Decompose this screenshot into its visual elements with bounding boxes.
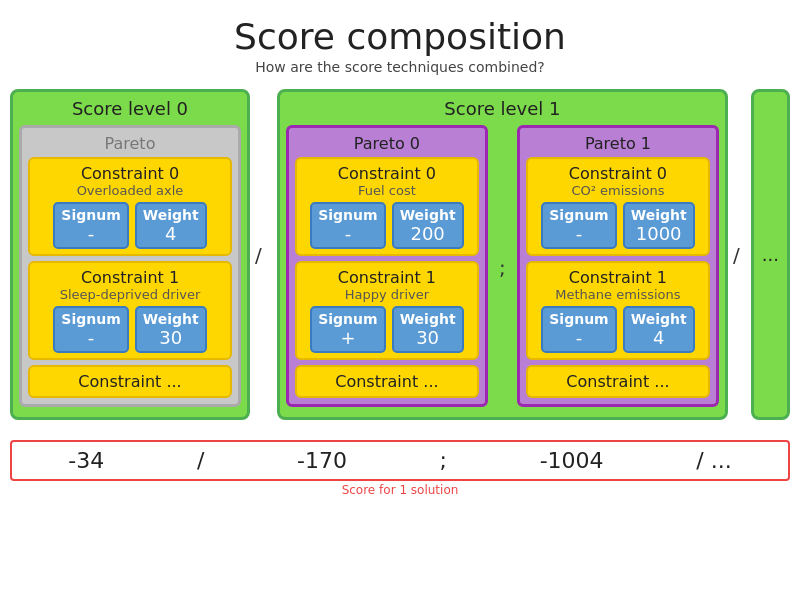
pareto-0-block: Pareto 0 Constraint 0 Fuel cost Signum - xyxy=(286,125,488,411)
p1c0-signum-label: Signum xyxy=(549,207,608,223)
p1c0-signum-value: - xyxy=(576,223,583,244)
score-level-0-title: Score level 0 xyxy=(72,98,188,119)
pareto0-constraint-1-box: Constraint 1 Happy driver Signum + Weigh… xyxy=(295,261,479,360)
score-bar-label: Score for 1 solution xyxy=(10,483,790,497)
pareto0-constraint-0-title: Constraint 0 xyxy=(338,164,436,183)
pareto1-constraint-1-box: Constraint 1 Methane emissions Signum - … xyxy=(526,261,710,360)
constraint-0-weight-value: 4 xyxy=(165,223,176,244)
score-level-0: Score level 0 Pareto Constraint 0 Overlo… xyxy=(10,89,250,420)
p1c1-signum-value: - xyxy=(576,327,583,348)
constraint-0-signum-box: Signum - xyxy=(53,202,128,249)
page-title: Score composition xyxy=(234,16,566,57)
score-level-1-inner: Pareto 0 Constraint 0 Fuel cost Signum - xyxy=(286,125,719,411)
pareto0-constraint-1-subtitle: Happy driver xyxy=(345,287,429,302)
score-value-0: -34 xyxy=(68,448,104,473)
p1c0-weight-label: Weight xyxy=(631,207,687,223)
signum-label-1: Signum xyxy=(61,311,120,327)
pareto-1-container: Pareto 1 Constraint 0 CO² emissions Sign… xyxy=(517,125,719,407)
pareto0-constraint-0-box: Constraint 0 Fuel cost Signum - Weight 2… xyxy=(295,157,479,256)
pareto0-constraint-0-weight-box: Weight 200 xyxy=(392,202,464,249)
page-subtitle: How are the score techniques combined? xyxy=(234,59,566,75)
p1c1-signum-label: Signum xyxy=(549,311,608,327)
p1c0-weight-value: 1000 xyxy=(636,223,682,244)
constraint-0-weight-box: Weight 4 xyxy=(135,202,207,249)
pareto-1-block: Pareto 1 Constraint 0 CO² emissions Sign… xyxy=(517,125,719,411)
pareto-greyed-title: Pareto xyxy=(28,134,232,153)
pareto-0-title: Pareto 0 xyxy=(295,134,479,153)
pareto0-constraint-1-title: Constraint 1 xyxy=(338,268,436,287)
score-bar: -34 / -170 ; -1004 / ... xyxy=(10,440,790,481)
constraint-more-0: Constraint ... xyxy=(28,365,232,398)
main-area: Score level 0 Pareto Constraint 0 Overlo… xyxy=(10,89,790,420)
score-value-2: -1004 xyxy=(540,448,604,473)
pareto0-constraint-more: Constraint ... xyxy=(295,365,479,398)
pareto-1-title: Pareto 1 xyxy=(526,134,710,153)
pareto-greyed: Pareto Constraint 0 Overloaded axle Sign… xyxy=(19,125,241,407)
score-value-1: -170 xyxy=(297,448,347,473)
weight-label: Weight xyxy=(143,207,199,223)
header: Score composition How are the score tech… xyxy=(234,16,566,75)
pareto1-constraint-0-signum-box: Signum - xyxy=(541,202,616,249)
constraint-1-weight-value: 30 xyxy=(159,327,182,348)
p0c1-weight-label: Weight xyxy=(400,311,456,327)
weight-label-1: Weight xyxy=(143,311,199,327)
constraint-0-sw-row: Signum - Weight 4 xyxy=(36,202,224,249)
constraint-1-sw-row: Signum - Weight 30 xyxy=(36,306,224,353)
pareto0-constraint-0-sw-row: Signum - Weight 200 xyxy=(303,202,471,249)
constraint-1-weight-box: Weight 30 xyxy=(135,306,207,353)
p1c1-weight-value: 4 xyxy=(653,327,664,348)
pareto0-constraint-1-weight-box: Weight 30 xyxy=(392,306,464,353)
p0c0-signum-label: Signum xyxy=(318,207,377,223)
constraint-0-title: Constraint 0 xyxy=(81,164,179,183)
pareto1-constraint-1-signum-box: Signum - xyxy=(541,306,616,353)
constraint-1-signum-box: Signum - xyxy=(53,306,128,353)
pareto1-constraint-1-sw-row: Signum - Weight 4 xyxy=(534,306,702,353)
pareto1-constraint-0-box: Constraint 0 CO² emissions Signum - Weig… xyxy=(526,157,710,256)
p0c1-signum-label: Signum xyxy=(318,311,377,327)
pareto1-constraint-1-subtitle: Methane emissions xyxy=(555,287,680,302)
constraint-0-subtitle: Overloaded axle xyxy=(77,183,184,198)
p0c1-weight-value: 30 xyxy=(416,327,439,348)
constraint-1-signum-value: - xyxy=(88,327,95,348)
constraint-1-subtitle: Sleep-deprived driver xyxy=(60,287,201,302)
p0c1-signum-value: + xyxy=(340,327,355,348)
pareto0-constraint-0-subtitle: Fuel cost xyxy=(358,183,416,198)
constraint-1-title: Constraint 1 xyxy=(81,268,179,287)
pareto1-constraint-0-title: Constraint 0 xyxy=(569,164,667,183)
p0c0-signum-value: - xyxy=(345,223,352,244)
constraint-0-box: Constraint 0 Overloaded axle Signum - We… xyxy=(28,157,232,256)
page: Score composition How are the score tech… xyxy=(0,0,800,600)
separator-0: / xyxy=(250,243,267,267)
score-sep-2: / ... xyxy=(696,448,731,473)
pareto1-constraint-0-sw-row: Signum - Weight 1000 xyxy=(534,202,702,249)
ellipsis-box: ... xyxy=(751,89,790,420)
signum-label: Signum xyxy=(61,207,120,223)
separator-paretos: ; xyxy=(494,256,511,280)
pareto1-constraint-1-weight-box: Weight 4 xyxy=(623,306,695,353)
pareto1-constraint-0-weight-box: Weight 1000 xyxy=(623,202,695,249)
constraint-1-box: Constraint 1 Sleep-deprived driver Signu… xyxy=(28,261,232,360)
pareto1-constraint-more: Constraint ... xyxy=(526,365,710,398)
score-level-1: Score level 1 Pareto 0 Constraint 0 Fuel… xyxy=(277,89,728,420)
constraint-0-signum-value: - xyxy=(88,223,95,244)
score-sep-0: / xyxy=(197,448,204,473)
p0c0-weight-value: 200 xyxy=(410,223,444,244)
pareto-0-container: Pareto 0 Constraint 0 Fuel cost Signum - xyxy=(286,125,488,407)
p0c0-weight-label: Weight xyxy=(400,207,456,223)
pareto1-constraint-1-title: Constraint 1 xyxy=(569,268,667,287)
pareto0-constraint-1-signum-box: Signum + xyxy=(310,306,385,353)
pareto0-constraint-1-sw-row: Signum + Weight 30 xyxy=(303,306,471,353)
separator-after-1: / xyxy=(728,243,745,267)
score-level-1-title: Score level 1 xyxy=(444,98,560,119)
pareto0-constraint-0-signum-box: Signum - xyxy=(310,202,385,249)
score-sep-1: ; xyxy=(440,448,447,473)
p1c1-weight-label: Weight xyxy=(631,311,687,327)
pareto1-constraint-0-subtitle: CO² emissions xyxy=(571,183,664,198)
